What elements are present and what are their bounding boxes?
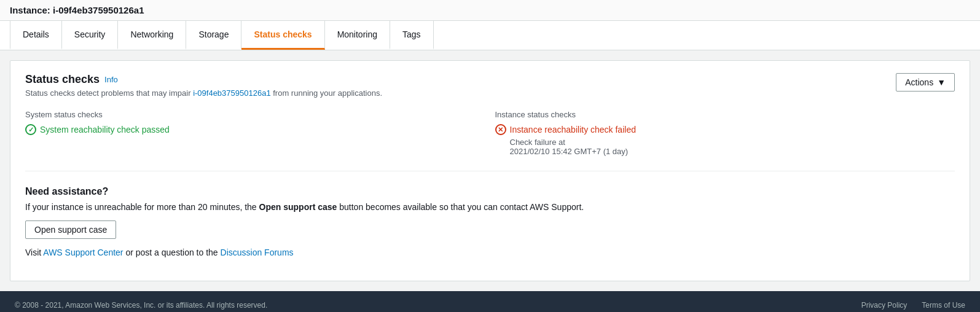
- info-link[interactable]: Info: [104, 75, 118, 84]
- main-panel: Actions ▼ Status checks Info Status chec…: [10, 60, 970, 281]
- tab-security[interactable]: Security: [62, 21, 119, 50]
- visit-text: Visit AWS Support Center or post a quest…: [25, 248, 955, 257]
- assistance-prefix: If your instance is unreachable for more…: [25, 202, 259, 212]
- footer-copyright: © 2008 - 2021, Amazon Web Services, Inc.…: [15, 301, 267, 310]
- open-support-case-button[interactable]: Open support case: [25, 220, 116, 239]
- discussion-forums-link[interactable]: Discussion Forums: [221, 248, 294, 257]
- assistance-title: Need assistance?: [25, 186, 955, 197]
- description-suffix: from running your applications.: [271, 88, 382, 98]
- status-checks-header: Status checks Info: [25, 73, 955, 86]
- tab-tags[interactable]: Tags: [390, 21, 434, 50]
- aws-support-center-link[interactable]: AWS Support Center: [43, 248, 123, 257]
- assistance-description: If your instance is unreachable for more…: [25, 202, 955, 212]
- system-check-column: System status checks System reachability…: [25, 110, 485, 156]
- tab-status-checks[interactable]: Status checks: [241, 21, 324, 50]
- assistance-link-text: Open support case: [259, 202, 337, 212]
- fail-icon: [495, 124, 506, 135]
- instance-check-status: Instance reachability check failed: [495, 124, 955, 135]
- tab-networking[interactable]: Networking: [118, 21, 186, 50]
- status-checks-title: Status checks: [25, 73, 100, 86]
- assistance-section: Need assistance? If your instance is unr…: [25, 186, 955, 257]
- description-prefix: Status checks detect problems that may i…: [25, 88, 193, 98]
- checks-grid: System status checks System reachability…: [25, 110, 955, 171]
- failure-detail: Check failure at 2021/02/10 15:42 GMT+7 …: [495, 138, 955, 156]
- system-check-status: System reachability check passed: [25, 124, 485, 135]
- privacy-policy-link[interactable]: Privacy Policy: [861, 301, 907, 310]
- tab-monitoring[interactable]: Monitoring: [325, 21, 390, 50]
- footer: © 2008 - 2021, Amazon Web Services, Inc.…: [0, 291, 980, 312]
- system-check-label: System status checks: [25, 110, 485, 119]
- status-checks-description: Status checks detect problems that may i…: [25, 88, 955, 98]
- instance-link[interactable]: i-09f4eb375950126a1: [193, 88, 271, 98]
- terms-of-use-link[interactable]: Terms of Use: [922, 301, 965, 310]
- chevron-down-icon: ▼: [937, 77, 946, 87]
- tab-storage[interactable]: Storage: [186, 21, 241, 50]
- pass-icon: [25, 124, 36, 135]
- tab-bar: Details Security Networking Storage Stat…: [0, 21, 980, 50]
- assistance-suffix: button becomes available so that you can…: [337, 202, 584, 212]
- failure-label: Check failure at: [510, 138, 955, 147]
- actions-button[interactable]: Actions ▼: [896, 73, 955, 92]
- tab-details[interactable]: Details: [10, 21, 62, 50]
- failure-time: 2021/02/10 15:42 GMT+7 (1 day): [510, 147, 955, 156]
- instance-check-label: Instance status checks: [495, 110, 955, 119]
- instance-check-column: Instance status checks Instance reachabi…: [495, 110, 955, 156]
- system-check-message: System reachability check passed: [40, 125, 170, 135]
- instance-check-message: Instance reachability check failed: [510, 125, 636, 135]
- visit-middle: or post a question to the: [123, 248, 221, 257]
- visit-prefix: Visit: [25, 248, 43, 257]
- instance-title: Instance: i-09f4eb375950126a1: [0, 0, 980, 21]
- actions-label: Actions: [905, 77, 933, 87]
